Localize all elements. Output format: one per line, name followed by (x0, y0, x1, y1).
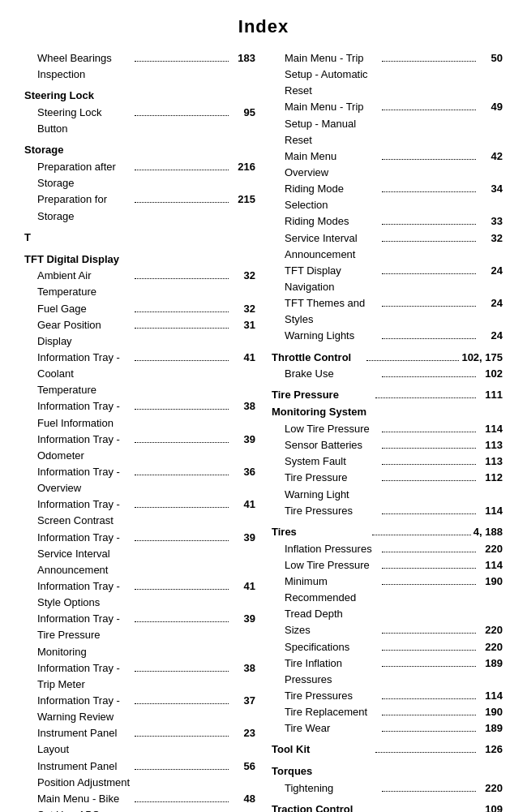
index-entry: System Fault113 (272, 453, 503, 470)
index-entry: Inflation Pressures220 (272, 541, 503, 557)
index-entry: Instrument Panel Layout23 (24, 725, 255, 758)
index-entry: Steering Lock Button95 (24, 105, 255, 137)
index-entry: Specifications220 (272, 639, 503, 655)
index-section-title: Storage (24, 142, 255, 159)
index-entry: Tire Inflation Pressures189 (272, 655, 503, 688)
index-section-title: T (24, 230, 255, 247)
index-section-title: Torques (272, 763, 503, 780)
index-entry: Preparation after Storage216 (24, 159, 255, 191)
index-entry: Gear Position Display31 (24, 317, 255, 350)
index-entry: Low Tire Pressure114 (272, 557, 503, 574)
index-entry: TFT Themes and Styles24 (272, 295, 503, 328)
index-entry: Information Tray - Screen Contrast41 (24, 496, 255, 529)
index-entry: Sensor Batteries113 (272, 437, 503, 453)
index-entry: Preparation for Storage215 (24, 191, 255, 224)
index-entry: Information Tray - Warning Review37 (24, 693, 255, 725)
page-title: Index (24, 16, 503, 37)
index-entry: Information Tray - Service Interval Anno… (24, 530, 255, 578)
index-entry: TFT Display Navigation24 (272, 263, 503, 295)
index-entry: Tool Kit126 (272, 737, 503, 758)
index-entry: Traction Control (TC)109 (272, 797, 503, 812)
index-entry: Tire Pressures114 (272, 503, 503, 519)
index-entry: Sizes220 (272, 622, 503, 638)
index-entry: Information Tray - Odometer39 (24, 432, 255, 464)
index-entry: Tires4, 188 (272, 519, 503, 541)
right-column: Main Menu - Trip Setup - Automatic Reset… (272, 50, 503, 812)
index-entry: Fuel Gage32 (24, 301, 255, 317)
index-entry: Ambient Air Temperature32 (24, 268, 255, 300)
index-entry: Low Tire Pressure114 (272, 421, 503, 437)
index-entry: Information Tray - Style Options41 (24, 578, 255, 611)
index-entry: Main Menu - Trip Setup - Manual Reset49 (272, 99, 503, 148)
index-entry: Main Menu - Bike Set Up - ABS48 (24, 791, 255, 812)
index-section-title: Steering Lock (24, 88, 255, 105)
left-column: Wheel Bearings Inspection183Steering Loc… (24, 50, 255, 812)
index-entry: Throttle Control102, 175 (272, 345, 503, 367)
index-entry: Main Menu Overview42 (272, 148, 503, 181)
index-entry: Wheel Bearings Inspection183 (24, 50, 255, 83)
index-entry: Tire Pressure Monitoring System111 (272, 382, 503, 421)
index-entry: Riding Mode Selection34 (272, 181, 503, 213)
index-entry: Tire Replacement190 (272, 704, 503, 720)
index-entry: Instrument Panel Position Adjustment56 (24, 758, 255, 791)
index-entry: Information Tray - Trip Meter38 (24, 660, 255, 693)
index-entry: Information Tray - Fuel Information38 (24, 398, 255, 431)
index-entry: Information Tray - Coolant Temperature41 (24, 350, 255, 398)
index-entry: Tightening220 (272, 780, 503, 797)
index-entry: Warning Lights24 (272, 328, 503, 344)
index-entry: Brake Use102 (272, 366, 503, 382)
index-entry: Information Tray - Tire Pressure Monitor… (24, 611, 255, 659)
index-entry: Riding Modes33 (272, 213, 503, 230)
index-entry: Main Menu - Trip Setup - Automatic Reset… (272, 50, 503, 99)
index-entry: Tire Pressures114 (272, 688, 503, 704)
index-entry: Information Tray - Overview36 (24, 464, 255, 496)
index-entry: Tire Pressure Warning Light112 (272, 470, 503, 502)
index-section-title: TFT Digital Display (24, 251, 255, 269)
index-entry: Minimum Recommended Tread Depth190 (272, 574, 503, 622)
index-entry: Tire Wear189 (272, 720, 503, 737)
index-entry: Service Interval Announcement32 (272, 230, 503, 263)
